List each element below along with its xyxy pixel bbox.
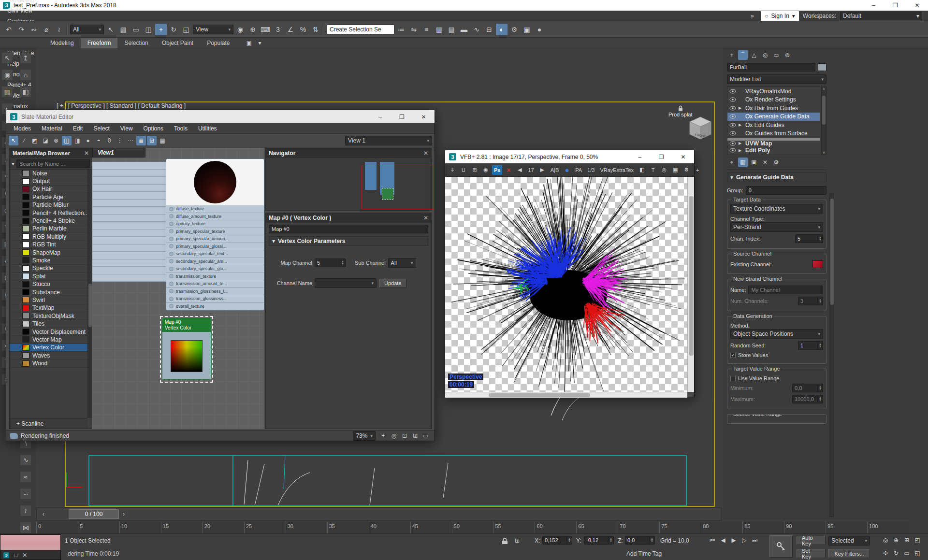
vertex-color-parameters-rollout[interactable]: ▾ Vertex Color Parameters bbox=[269, 236, 428, 246]
slate-menu-item[interactable]: Modes bbox=[8, 123, 36, 134]
node-slot[interactable]: hilight gloss bbox=[92, 222, 176, 230]
image-index[interactable]: 17 bbox=[526, 165, 536, 175]
make-unique-icon[interactable]: ▣ bbox=[749, 158, 759, 167]
ribbon-tab[interactable]: Freeform bbox=[81, 38, 118, 48]
configure-modifier-sets-icon[interactable]: ⚙ bbox=[771, 158, 781, 167]
scanline-group[interactable]: + Scanline bbox=[10, 418, 87, 429]
show-background-icon[interactable]: ◓ bbox=[94, 136, 103, 145]
expand-arrow-icon[interactable]: ▶ bbox=[739, 141, 743, 145]
num-channels-spinner[interactable]: 3▲▼ bbox=[798, 297, 823, 305]
eye-icon[interactable] bbox=[729, 123, 736, 128]
send-to-web-icon[interactable]: ◉ bbox=[481, 165, 491, 175]
browser-options-icon[interactable]: ▾ bbox=[12, 160, 14, 167]
node-slot[interactable]: environment bbox=[92, 200, 176, 207]
remove-modifier-icon[interactable]: ✕ bbox=[760, 158, 770, 167]
node-slot[interactable]: fresnel IOR bbox=[92, 230, 176, 237]
modifier-list-dropdown[interactable]: Modifier List▾ bbox=[727, 74, 826, 84]
map-list-item[interactable]: Wood bbox=[10, 359, 87, 367]
node-slot[interactable]: displacement bbox=[92, 192, 176, 200]
minimize-button[interactable]: – bbox=[629, 150, 651, 163]
add-time-tag[interactable]: Add Time Tag bbox=[626, 550, 662, 557]
move-children-icon[interactable]: ◫ bbox=[62, 136, 72, 145]
map-channel-spinner[interactable]: 5▲▼ bbox=[315, 258, 346, 267]
prev-image-icon[interactable]: ◀ bbox=[515, 165, 524, 175]
spinner-snap-icon[interactable]: ⇅ bbox=[310, 24, 321, 35]
pan-view-icon[interactable]: + bbox=[378, 431, 388, 441]
tab-modify[interactable]: ⌒ bbox=[738, 50, 748, 60]
zoom-level-dropdown[interactable]: 73%▾ bbox=[353, 431, 376, 441]
text-overlay-icon[interactable]: T bbox=[648, 165, 658, 175]
modifier-stack-item[interactable]: ▶ Ox Edit Guides bbox=[727, 121, 820, 129]
zoom-region-icon[interactable]: ▭ bbox=[902, 548, 912, 558]
node-slot[interactable]: refract map bbox=[92, 162, 176, 170]
slate-title-bar[interactable]: 3 Slate Material Editor – ❐ ✕ bbox=[6, 110, 435, 123]
image-ratio-icon[interactable]: 1/3 bbox=[585, 165, 596, 175]
levels-icon[interactable]: ◧ bbox=[637, 165, 647, 175]
chan-index-spinner[interactable]: 5▲▼ bbox=[795, 234, 823, 243]
object-color-swatch[interactable] bbox=[818, 63, 826, 71]
node-slot[interactable]: IOR bbox=[92, 215, 176, 222]
modifier-stack-item[interactable]: ▶ Edit Poly bbox=[727, 146, 820, 155]
window-crossing-icon[interactable]: ◫ bbox=[143, 24, 154, 35]
reference-coordinate-dropdown[interactable]: View▾ bbox=[193, 25, 233, 34]
set-keys-button[interactable] bbox=[769, 535, 793, 558]
node-slot[interactable]: refl. gloss. bbox=[92, 177, 176, 185]
map-list-item[interactable]: Substance bbox=[10, 288, 87, 296]
map-list-item[interactable]: Ox Hair bbox=[10, 186, 87, 193]
pick-material-from-object-icon[interactable]: ◩ bbox=[30, 136, 40, 145]
map-list-item[interactable]: ShapeMap bbox=[10, 249, 87, 257]
vfb-vertical-scrollbar[interactable] bbox=[687, 177, 694, 392]
node-slot[interactable]: an. rotation bbox=[92, 259, 176, 267]
node-slot[interactable]: diffuse_amount_texture bbox=[166, 213, 264, 221]
open-image-icon[interactable]: ⊔ bbox=[459, 165, 468, 175]
channel-type-dropdown[interactable]: Per-Strand▾ bbox=[730, 222, 823, 232]
y-coordinate-field[interactable]: -0,12▲▼ bbox=[584, 536, 614, 545]
save-image-icon[interactable]: ⇓ bbox=[448, 165, 457, 175]
map-list-item[interactable]: Particle MBlur bbox=[10, 201, 87, 209]
curve-editor-icon[interactable]: ∿ bbox=[471, 24, 482, 35]
selected-filter-dropdown[interactable]: Selected▾ bbox=[828, 536, 870, 546]
node-slot[interactable]: translucency bbox=[92, 207, 176, 215]
map-list-item[interactable]: Splat bbox=[10, 273, 87, 280]
modifier-stack-item[interactable]: ▶ Ox Generate Guide Data bbox=[727, 113, 820, 121]
maximize-button[interactable]: ❐ bbox=[391, 110, 413, 123]
ribbon-tab[interactable]: Selection bbox=[117, 38, 155, 48]
clear-image-icon[interactable]: × bbox=[504, 165, 513, 175]
left-dock-icon-1[interactable]: ↖ bbox=[1, 52, 13, 64]
material-node-hair[interactable]: diffuse_texture diffuse_amount_texture o… bbox=[166, 158, 264, 311]
map-list-item[interactable]: Stucco bbox=[10, 280, 87, 288]
slate-menu-item[interactable]: View bbox=[115, 123, 138, 134]
expand-arrow-icon[interactable]: ▶ bbox=[739, 106, 743, 110]
go-to-end-icon[interactable]: ⏭ bbox=[750, 535, 760, 545]
rectangular-selection-region-icon[interactable]: ▭ bbox=[130, 24, 142, 35]
pin-stack-icon[interactable]: ⌖ bbox=[727, 158, 737, 167]
ribbon-tab[interactable]: Modeling bbox=[44, 38, 81, 48]
browser-scrollbar[interactable] bbox=[87, 170, 92, 418]
sign-in-control[interactable]: ○ Sign In ▾ bbox=[761, 11, 799, 21]
tab-motion[interactable]: ◎ bbox=[760, 50, 770, 60]
node-slot[interactable]: anisotropy bbox=[92, 252, 176, 259]
maximize-button[interactable]: □ bbox=[14, 552, 17, 559]
node-slot[interactable]: secondary_specular_text... bbox=[166, 250, 264, 258]
node-slot[interactable]: secondary_specular_am... bbox=[166, 258, 264, 266]
tab-hierarchy[interactable]: △ bbox=[749, 50, 759, 60]
node-slot[interactable]: transmission_glossiness... bbox=[166, 295, 264, 303]
hair-tool-icon-5[interactable]: ≀ bbox=[20, 505, 31, 517]
map-list-item[interactable]: TextureObjMask bbox=[10, 312, 87, 320]
mini-render-window[interactable]: 3 □ ✕ bbox=[0, 534, 61, 560]
zoom-extents-icon[interactable]: ⊡ bbox=[400, 431, 409, 441]
align-icon[interactable]: ≡ bbox=[420, 24, 432, 35]
menu-item[interactable]: Rendering bbox=[2, 0, 48, 5]
node-view-canvas[interactable]: View1 refract map bump map refl. gloss. … bbox=[92, 148, 264, 429]
node-view-tab[interactable]: View1 bbox=[92, 148, 145, 158]
close-button[interactable]: ✕ bbox=[22, 552, 27, 559]
hair-tool-icon-2[interactable]: ∿ bbox=[20, 454, 31, 466]
channel-name-dropdown[interactable]: ▾ bbox=[315, 278, 377, 288]
left-dock-icon-2[interactable]: ◉ bbox=[1, 69, 13, 81]
edit-named-selection-sets-icon[interactable]: ≔ bbox=[395, 24, 407, 35]
vfb-title-bar[interactable]: 3 VFB+ 2.81 : Image 17/17, Perspective, … bbox=[445, 150, 694, 163]
eye-icon[interactable] bbox=[729, 106, 736, 111]
close-icon[interactable]: ✕ bbox=[84, 150, 89, 157]
slate-menu-item[interactable]: Select bbox=[88, 123, 115, 134]
select-and-move-icon[interactable]: + bbox=[155, 24, 167, 35]
